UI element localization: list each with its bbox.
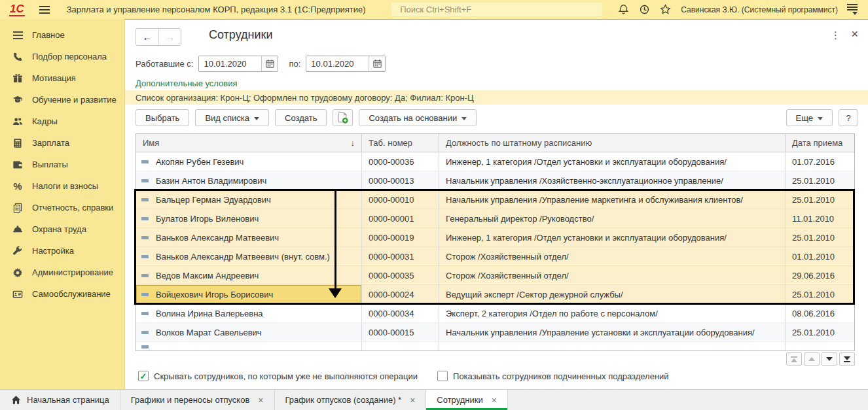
date-from-input[interactable] (199, 56, 261, 71)
employee-position: Инженер, 1 категория /Отдел установки и … (439, 152, 786, 171)
close-tab-icon[interactable]: × (258, 395, 263, 405)
table-row[interactable]: Волков Марат Савельевич 0000-00015 Начал… (136, 323, 854, 342)
create-button[interactable]: Создать (275, 109, 327, 126)
sidebar-item[interactable]: Обучение и развитие (0, 89, 124, 111)
employee-tab-number: 0000-00034 (362, 304, 439, 322)
app-title: Зарплата и управление персоналом КОРП, р… (67, 5, 366, 14)
check-icon: ✓ (140, 372, 147, 381)
main-menu-icon[interactable] (39, 6, 50, 14)
additional-conditions-link[interactable]: Дополнительные условия (136, 78, 238, 88)
favorites-star-icon[interactable] (659, 4, 671, 16)
close-tab-icon[interactable]: × (410, 395, 415, 405)
history-nav: ← → (136, 28, 181, 46)
sort-arrow-icon: ↓ (351, 138, 355, 148)
column-header-name[interactable]: Имя ↓ (136, 134, 362, 152)
sidebar-item[interactable]: % Налоги и взносы (0, 175, 124, 197)
checkbox[interactable]: ✓ Показывать сотрудников подчиненных под… (437, 371, 669, 381)
select-button[interactable]: Выбрать (136, 109, 189, 126)
percent-icon: % (12, 180, 24, 192)
search-input[interactable] (400, 5, 598, 14)
go-to-first-row-button[interactable] (786, 352, 802, 366)
previous-row-button[interactable] (804, 352, 820, 366)
sidebar-item[interactable]: Охрана труда (0, 218, 124, 240)
close-tab-icon[interactable]: × (492, 395, 497, 405)
employee-tab-number: 0000-00015 (362, 323, 439, 341)
taskbar-tab[interactable]: Начальная страница × (0, 390, 120, 410)
taskbar-tab[interactable]: График отпусков (создание) * × (275, 390, 427, 410)
go-to-last-row-button[interactable] (839, 352, 855, 366)
employee-tab-number (362, 342, 439, 351)
table-row[interactable]: Волина Ирина Валерьевна 0000-00034 Экспе… (136, 304, 854, 323)
employee-tab-number: 0000-00001 (362, 209, 439, 228)
sidebar-item-label: Отчетность, справки (32, 203, 113, 213)
table-row[interactable]: Войцехович Игорь Борисович 0000-00024 Ве… (136, 285, 854, 304)
documents-icon (12, 202, 24, 213)
sidebar-item[interactable]: Администрирование (0, 262, 124, 283)
table-row[interactable]: Ведов Максим Андреевич 0000-00035 Сторож… (136, 266, 854, 285)
column-header-tab-number[interactable]: Таб. номер (362, 134, 439, 152)
sidebar-item[interactable]: Подбор персонала (0, 46, 124, 67)
table-row[interactable]: Акопян Рубен Гезевич 0000-00036 Инженер,… (136, 152, 854, 171)
graduation-cap-icon (12, 94, 24, 105)
employee-position: Начальник управления /Управление установ… (439, 323, 786, 341)
table-row[interactable]: Базин Антон Владимирович 0000-00013 Нача… (136, 171, 854, 190)
close-window-icon[interactable]: × (851, 27, 858, 41)
table-row[interactable] (136, 342, 854, 351)
sidebar-item[interactable]: Зарплата (0, 132, 124, 154)
sidebar-item[interactable]: Отчетность, справки (0, 197, 124, 218)
employee-name: Булатов Игорь Виленович (156, 214, 259, 224)
table-row[interactable]: Бальцер Герман Эдуардович 0000-00010 Нач… (136, 190, 854, 209)
current-user[interactable]: Савинская З.Ю. (Системный программист) (681, 5, 838, 14)
column-header-position[interactable]: Должность по штатному расписанию (439, 134, 786, 152)
date-to-field (306, 56, 386, 72)
period-filter: Работавшие с: по: (136, 56, 386, 72)
table-row[interactable]: Булатов Игорь Виленович 0000-00001 Генер… (136, 209, 854, 228)
list-navigation (786, 352, 855, 366)
chevron-down-icon (461, 117, 467, 120)
taskbar-tab[interactable]: Графики и переносы отпусков × (120, 390, 275, 410)
application-window: 1С Зарплата и управление персоналом КОРП… (0, 0, 868, 410)
table-row[interactable]: Ваньков Александр Матвеевич 0000-00019 И… (136, 228, 854, 247)
sidebar-item[interactable]: Главное (0, 24, 124, 46)
calendar-icon[interactable] (369, 56, 385, 71)
list-toolbar: Выбрать Вид списка Создать Создать на ос… (136, 109, 858, 126)
history-icon[interactable] (638, 4, 650, 16)
employee-position: Ведущий эксперт /Сектор дежурной службы/ (439, 285, 786, 303)
wrench-icon (12, 245, 24, 256)
table-row[interactable]: Ваньков Александр Матвеевич (внут. совм.… (136, 247, 854, 266)
employee-tab-number: 0000-00036 (362, 152, 439, 171)
date-to-input[interactable] (306, 56, 369, 71)
window-menu-icon[interactable]: ⋮ (831, 29, 841, 41)
column-header-hire-date[interactable]: Дата приема (786, 134, 854, 152)
create-by-copy-button[interactable] (333, 109, 353, 126)
create-from-button[interactable]: Создать на основании (359, 109, 477, 126)
taskbar: Начальная страница × Графики и переносы … (0, 389, 868, 410)
taskbar-tab[interactable]: Сотрудники × (426, 390, 508, 410)
employee-name: Базин Антон Владимирович (156, 176, 266, 186)
sidebar-item-label: Подбор персонала (32, 52, 107, 61)
checkbox[interactable]: ✓ Скрывать сотрудников, по которым уже н… (138, 371, 418, 381)
view-mode-button[interactable]: Вид списка (195, 109, 269, 126)
employee-hire-date: 25.01.2010 (786, 285, 854, 303)
more-button[interactable]: Еще (786, 109, 833, 126)
employee-tab-number: 0000-00019 (362, 228, 439, 247)
help-button[interactable]: ? (839, 109, 858, 126)
sidebar-item[interactable]: Мотивация (0, 67, 124, 89)
service-menu-icon[interactable] (847, 4, 858, 15)
sidebar-item[interactable]: Кадры (0, 111, 124, 132)
sidebar-item[interactable]: Самообслуживание (0, 283, 124, 305)
table-header: Имя ↓ Таб. номер Должность по штатному р… (136, 134, 854, 152)
calendar-icon[interactable] (261, 56, 278, 71)
forward-button[interactable]: → (158, 29, 181, 45)
table-body: Акопян Рубен Гезевич 0000-00036 Инженер,… (136, 152, 854, 351)
back-button[interactable]: ← (136, 29, 158, 45)
bell-icon[interactable] (617, 4, 629, 16)
employee-position: Инженер, 1 категория /Отдел установки и … (439, 228, 786, 247)
sidebar-item[interactable]: Выплаты (0, 154, 124, 175)
global-search[interactable] (391, 3, 602, 16)
taskbar-tab-label: Начальная страница (27, 395, 109, 405)
next-row-button[interactable] (822, 352, 837, 366)
sidebar-item-label: Кадры (32, 116, 58, 126)
sidebar-item-label: Зарплата (32, 138, 69, 148)
sidebar-item[interactable]: Настройка (0, 240, 124, 262)
